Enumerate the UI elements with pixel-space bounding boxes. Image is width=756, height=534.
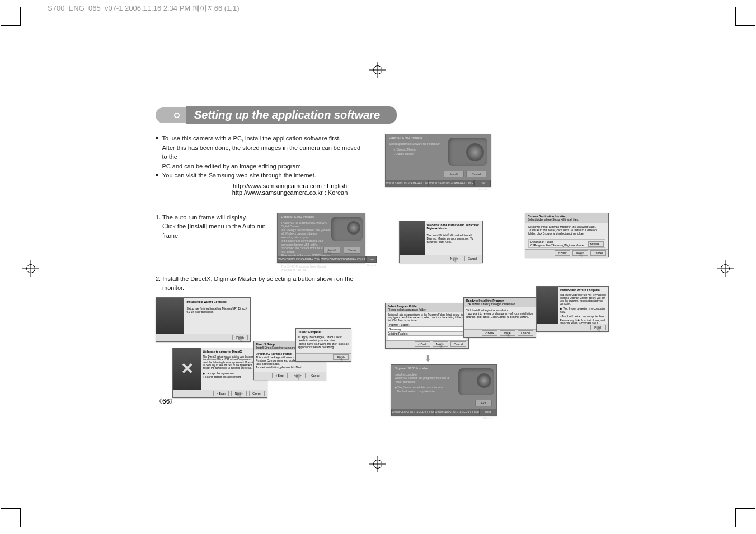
hand-cursor-icon: ☟: [596, 325, 604, 334]
registration-mark: [717, 260, 734, 277]
bullet-text: To use this camera with a PC, install th…: [162, 135, 340, 142]
browse-button[interactable]: Browse...: [588, 241, 604, 247]
crop-mark-tr: [730, 1, 755, 26]
cancel-button[interactable]: Cancel: [466, 171, 486, 177]
camera-illustration: [331, 217, 363, 241]
hand-cursor-icon: ☟: [578, 250, 586, 259]
footer-bar: WWW.SAMSUNGCAMERA.COM WWW.SAMSUNGCAMERA.…: [278, 256, 365, 263]
wizard-welcome: Welcome to the InstallShield Wizard for …: [399, 221, 483, 263]
cancel-button[interactable]: Cancel: [590, 250, 606, 256]
installer-header: Select application software for installa…: [389, 142, 440, 146]
bullet-text: PC and can be edited by an image editing…: [162, 163, 302, 170]
registration-mark: [369, 62, 386, 78]
back-button[interactable]: < Back: [213, 391, 229, 396]
bullet-icon: ■: [156, 172, 160, 180]
wizard-complete-dx: InstallShield Wizard Complete Setup has …: [156, 297, 251, 342]
cancel-button[interactable]: Cancel: [450, 341, 466, 347]
cancel-button[interactable]: Cancel: [464, 256, 480, 261]
bullet-text: After this has been done, the stored ima…: [162, 144, 360, 161]
cancel-button[interactable]: Cancel: [518, 330, 533, 336]
hand-cursor-icon: ☟: [452, 256, 460, 265]
back-button[interactable]: < Back: [272, 373, 288, 378]
crop-mark-tl: [1, 1, 26, 26]
footer-bar: WWW.SAMSUNGCAMERA.COM WWW.SAMSUNGCAMERA.…: [386, 180, 491, 186]
footer-link[interactable]: WWW.SAMSUNGCAMERA.CO.KR: [429, 180, 474, 186]
hand-cursor-icon: ☟: [339, 354, 346, 363]
cancel-button[interactable]: Cancel: [344, 247, 360, 254]
crop-mark-br: [730, 508, 755, 533]
hand-cursor-icon: ☟: [295, 373, 303, 382]
crop-mark-bl: [1, 508, 26, 533]
back-button[interactable]: < Back: [415, 341, 430, 347]
bullet-text: You can visit the Samsung web-site throu…: [162, 171, 316, 180]
installer-title: Digimax S700 Installer: [395, 367, 428, 370]
installer-screenshot-select: Digimax S700 Installer Select applicatio…: [385, 134, 491, 187]
exit-button[interactable]: Exit: [475, 400, 492, 406]
step-text: 1. The auto run frame will display.: [156, 213, 266, 222]
wizard-destination: Choose Destination Location Select folde…: [525, 213, 609, 257]
arrow-down-icon: ⬇: [424, 353, 432, 361]
footer-bar: WWW.SAMSUNGCAMERA.COM WWW.SAMSUNGCAMERA.…: [391, 409, 496, 415]
hand-cursor-icon: ☟: [438, 341, 446, 350]
footer-link[interactable]: WWW.SAMSUNGCAMERA.COM: [386, 180, 429, 186]
step-text: frame.: [156, 231, 266, 241]
registration-mark: [22, 260, 39, 277]
url-korean: http://www.samsungcamera.co.kr : Korean: [206, 189, 374, 196]
installer-screenshot-final: Digimax S700 Installer Install is comple…: [391, 364, 497, 416]
url-english: http://www.samsungcamera.com : English: [206, 182, 374, 189]
section-title-bar: Setting up the application software: [156, 106, 609, 124]
hand-cursor-icon: ☟: [238, 335, 246, 344]
camera-illustration: [448, 138, 487, 166]
title-dot-icon: [174, 113, 180, 118]
cancel-button[interactable]: Cancel: [308, 373, 323, 378]
hand-cursor-icon: ☟: [237, 391, 245, 400]
directx-logo-icon: ✕: [181, 359, 194, 378]
title-dot-wrap: [156, 107, 186, 123]
wizard-ready-install: Ready to Install the Program The wizard …: [463, 297, 536, 338]
cancel-button[interactable]: Cancel: [249, 391, 265, 396]
wizard-restart: Restart Computer To apply the changes, D…: [295, 328, 351, 362]
wizard-program-folder: Select Program Folder Please select a pr…: [385, 303, 469, 349]
registration-mark: [369, 456, 386, 472]
installer-screenshot-autorun: Digimax S700 Installer Thank you for pur…: [277, 213, 365, 263]
step-text: Click the [Install] menu in the Auto run: [156, 222, 266, 231]
back-button[interactable]: < Back: [555, 250, 570, 256]
hand-cursor-icon: ☟: [505, 330, 513, 339]
wizard-install-complete: InstallShield Wizard Complete The Instal…: [536, 286, 609, 332]
section-title: Setting up the application software: [186, 106, 397, 124]
bullet-icon: ■: [156, 135, 159, 171]
print-header-meta: S700_ENG_065_v07-1 2006.11.16 2:34 PM 페이…: [48, 3, 240, 13]
back-button[interactable]: < Back: [482, 330, 497, 336]
page-number: 《66》: [156, 397, 176, 406]
install-button[interactable]: Install: [444, 171, 464, 177]
camera-illustration: [458, 368, 494, 395]
installer-title: Digimax S700 Installer: [281, 215, 314, 218]
footer-link[interactable]: User Manual: [474, 180, 491, 186]
step-text: 2. Install the DirectX, Digimax Master b…: [156, 274, 609, 284]
installer-title: Digimax S700 Installer: [389, 136, 422, 139]
